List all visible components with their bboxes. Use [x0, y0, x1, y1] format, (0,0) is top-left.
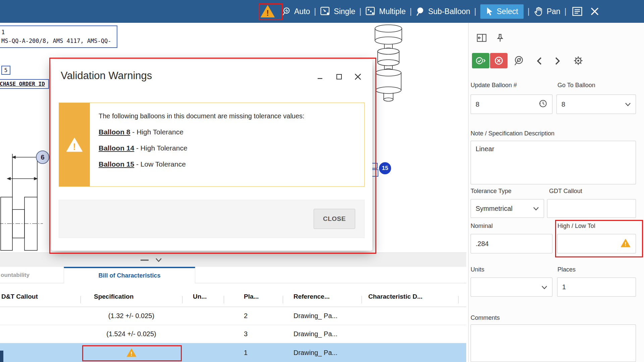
cell-places: 1 — [224, 349, 283, 357]
renumber-balloon-icon — [513, 55, 525, 66]
toolbar-select-button[interactable]: Select — [480, 4, 524, 19]
top-toolbar: ! Auto | Single | — [0, 0, 644, 23]
expand-panel-button[interactable] — [153, 253, 164, 267]
go-to-balloon-value: 8 — [561, 101, 565, 108]
note-description-textarea[interactable]: Linear — [471, 141, 636, 184]
balloon-6[interactable]: 6 — [36, 150, 49, 164]
column-divider — [224, 296, 224, 303]
accept-icon — [475, 56, 486, 65]
toolbar-close-button[interactable] — [588, 3, 601, 19]
chevron-left-icon — [536, 57, 543, 65]
select-cursor-icon — [486, 7, 494, 16]
gdt-callout-input[interactable] — [547, 199, 636, 218]
column-header-specification: Specification — [80, 290, 182, 300]
tolerance-type-dropdown[interactable]: Symmetrical — [471, 199, 544, 218]
warning-triangle-icon: ! — [621, 239, 631, 249]
toolbar-auto-button[interactable]: Auto — [281, 6, 310, 16]
history-clock-icon[interactable] — [539, 99, 547, 109]
warning-balloon-name: Balloon 8 — [99, 128, 130, 136]
table-header-row: D&T Callout Specification Un... Pla... R… — [0, 283, 466, 307]
dropdown-chevron-icon — [533, 205, 539, 213]
warning-issue: - High Tolerance — [130, 128, 183, 136]
cell-reference: Drawing_ Pa... — [283, 330, 362, 338]
svg-text:!: ! — [73, 141, 76, 152]
reject-button[interactable] — [490, 53, 507, 68]
pin-icon — [496, 34, 504, 43]
cylinder-part-drawing — [370, 23, 408, 111]
maximize-icon — [336, 73, 342, 80]
dock-panel-button[interactable] — [476, 33, 487, 43]
validation-warning-button[interactable]: ! — [258, 3, 277, 19]
column-header-gdt-callout: D&T Callout — [0, 290, 80, 300]
toolbar-auto-label: Auto — [294, 7, 310, 16]
column-divider — [362, 296, 362, 303]
column-header-units: Un... — [182, 290, 224, 300]
settings-gear-icon — [573, 55, 584, 66]
table-row[interactable]: (1.524 +/- 0.025) 3 Drawing_ Pa... — [0, 325, 466, 343]
toolbar-multiple-label: Multiple — [379, 7, 406, 16]
accept-button[interactable] — [472, 53, 489, 68]
sub-balloon-icon — [416, 6, 425, 16]
auto-balloon-icon — [281, 6, 291, 16]
places-label: Places — [557, 266, 576, 273]
nominal-label: Nominal — [471, 223, 493, 230]
dialog-maximize-button[interactable] — [335, 72, 343, 81]
pin-panel-button[interactable] — [495, 33, 505, 43]
gdt-callout-label: GDT Callout — [549, 188, 582, 195]
validation-warnings-dialog: Validation Warnings ! The following ball… — [51, 60, 372, 251]
tolerance-type-label: Tolerance Type — [471, 188, 512, 195]
previous-balloon-button[interactable] — [534, 56, 544, 66]
tab-accountability[interactable]: ountability — [1, 267, 30, 283]
toolbar-list-button[interactable] — [571, 3, 584, 19]
single-balloon-icon — [320, 6, 331, 16]
chevron-down-icon — [155, 258, 162, 262]
balloon-15[interactable]: 15 — [379, 162, 391, 174]
comments-textarea[interactable] — [471, 324, 636, 362]
units-dropdown[interactable] — [471, 278, 552, 297]
dropdown-chevron-icon — [541, 283, 547, 291]
toolbar-separator: | — [314, 7, 316, 16]
tolerance-type-value: Symmetrical — [476, 205, 513, 213]
table-row[interactable]: (1.32 +/- 0.025) 2 Drawing_ Pa... — [0, 307, 466, 325]
bottom-tabs: ountability Bill of Characteristics — [0, 267, 466, 283]
minimize-icon — [317, 73, 324, 80]
warning-issue: - High Tolerance — [134, 144, 187, 152]
nominal-input[interactable] — [471, 234, 552, 253]
update-balloon-label: Update Balloon # — [471, 82, 517, 89]
tab-bill-of-characteristics[interactable]: Bill of Characteristics — [64, 267, 195, 283]
svg-text:!: ! — [625, 241, 626, 247]
dock-panel-icon — [477, 34, 487, 42]
places-input[interactable] — [557, 278, 636, 297]
chevron-right-icon — [554, 57, 561, 65]
warning-message-box: ! The following balloons in this documen… — [59, 103, 365, 187]
toolbar-separator: | — [528, 7, 530, 16]
toolbar-multiple-button[interactable]: Multiple — [365, 6, 406, 16]
collapse-panel-button[interactable] — [139, 253, 150, 267]
go-to-balloon-dropdown[interactable]: 8 — [556, 95, 636, 114]
cell-places: 2 — [224, 312, 283, 320]
close-button[interactable]: CLOSE — [314, 209, 355, 229]
close-icon — [590, 7, 599, 16]
warning-triangle-icon: ! — [126, 348, 137, 357]
settings-button[interactable] — [572, 54, 585, 67]
dialog-minimize-button[interactable] — [316, 72, 325, 81]
table-row-selected[interactable]: ! 1 Drawing_ Pa... — [0, 343, 466, 362]
go-to-balloon-label: Go To Balloon — [557, 82, 595, 89]
toolbar-pan-button[interactable]: Pan — [534, 6, 560, 16]
scrollbar-fragment — [0, 351, 3, 362]
toolbar-separator: | — [565, 7, 567, 16]
warning-item: Balloon 8 - High Tolerance — [99, 128, 358, 136]
reject-icon — [494, 56, 503, 65]
cell-reference: Drawing_ Pa... — [283, 349, 362, 357]
dialog-close-button[interactable] — [354, 72, 362, 81]
svg-text:!: ! — [130, 351, 132, 357]
dialog-title: Validation Warnings — [61, 70, 152, 82]
column-divider — [80, 296, 81, 303]
app-window: ! Auto | Single | — [0, 0, 644, 362]
toolbar-single-button[interactable]: Single — [320, 6, 355, 16]
drawing-order-label: CHASE ORDER ID — [0, 79, 49, 89]
renumber-balloon-button[interactable] — [512, 54, 526, 67]
toolbar-sub-balloon-button[interactable]: Sub-Balloon — [416, 6, 470, 16]
next-balloon-button[interactable] — [552, 56, 562, 66]
warning-balloon-name: Balloon 15 — [99, 160, 134, 168]
